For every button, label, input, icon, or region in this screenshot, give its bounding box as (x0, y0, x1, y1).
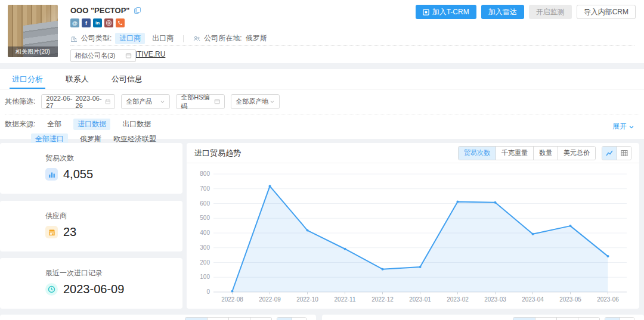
bar-chart-icon (45, 168, 58, 181)
tabs: 进口分析 联系人 公司信息 (0, 69, 644, 89)
metric-button[interactable] (250, 318, 271, 320)
stat-value: 2023-06-09 (63, 282, 124, 296)
tab-import-analysis[interactable]: 进口分析 (12, 69, 43, 89)
svg-text:2022-10: 2022-10 (296, 296, 318, 303)
facebook-icon[interactable]: f (82, 18, 91, 27)
stat-value: 23 (63, 225, 76, 239)
svg-text:2023-06: 2023-06 (597, 296, 619, 303)
instagram-icon[interactable] (104, 18, 113, 27)
metric-trade-count[interactable]: 贸易次数 (459, 147, 496, 160)
bottom-right-chart-card (322, 315, 644, 320)
type-tag-importer: 进口商 (115, 33, 145, 44)
product-select[interactable]: 全部产品 (121, 94, 170, 109)
svg-text:300: 300 (200, 244, 210, 251)
add-radar-button[interactable]: 加入雷达 (481, 5, 524, 19)
svg-text:2022-11: 2022-11 (335, 296, 356, 303)
data-source-row: 数据来源: 全部 进口数据 出口数据 (0, 114, 644, 130)
window-icon (125, 52, 132, 59)
metric-button[interactable] (578, 318, 599, 320)
bottom-left-chart-card (0, 315, 316, 320)
stat-label: 最近一次进口记录 (45, 268, 182, 278)
table-view-button[interactable] (617, 147, 631, 160)
metric-button[interactable] (535, 318, 556, 320)
metric-quantity[interactable]: 数量 (533, 147, 558, 160)
svg-text:2022-09: 2022-09 (259, 296, 281, 303)
stat-label: 供应商 (45, 211, 182, 221)
chart-controls: 贸易次数 千克重量 数量 美元总价 (458, 146, 631, 160)
chevron-down-icon (628, 124, 634, 130)
line-chart-view-button[interactable] (277, 318, 292, 320)
calendar-icon (105, 98, 111, 105)
expand-button[interactable]: 展开 (612, 122, 634, 132)
source-import-data[interactable]: 进口数据 (73, 119, 110, 130)
filter-card: 进口分析 联系人 公司信息 其他筛选: 2022-06-27 2023-06-2… (0, 69, 644, 139)
stat-card-trade-count: 贸易次数 4,055 (0, 143, 182, 194)
view-toggle-group (277, 317, 306, 320)
import-internal-crm-button[interactable]: 导入内部CRM (577, 5, 636, 19)
tab-contacts[interactable]: 联系人 (66, 69, 89, 89)
svg-text:200: 200 (200, 259, 210, 266)
metric-weight-kg[interactable]: 千克重量 (496, 147, 533, 160)
header-divider (70, 45, 634, 46)
line-chart-view-button[interactable] (605, 318, 620, 320)
metric-button-group (185, 317, 272, 320)
clock-icon (45, 283, 58, 296)
enable-monitor-button[interactable]: 开启监测 (529, 5, 572, 19)
tab-company-info[interactable]: 公司信息 (112, 69, 143, 89)
date-end: 2023-06-26 (76, 95, 105, 109)
table-view-button[interactable] (292, 318, 306, 320)
svg-text:2023-05: 2023-05 (559, 296, 581, 303)
line-chart-view-button[interactable] (602, 147, 617, 160)
copy-icon[interactable] (134, 7, 141, 14)
import-trend-card: 进口贸易趋势 贸易次数 千克重量 数量 美元总价 010020030040050… (187, 143, 639, 309)
metric-usd-total[interactable]: 美元总价 (558, 147, 595, 160)
website-at-icon[interactable]: @ (70, 18, 79, 27)
metric-button[interactable] (185, 318, 207, 320)
building-icon (70, 35, 78, 42)
company-name: OOO "PECTOP" (70, 6, 130, 15)
svg-text:2023-04: 2023-04 (522, 296, 544, 303)
linkedin-icon[interactable]: in (93, 18, 102, 27)
svg-text:0: 0 (206, 288, 210, 295)
svg-text:800: 800 (200, 170, 210, 177)
add-tcrm-button[interactable]: 加入T-CRM (416, 5, 476, 19)
stat-label: 贸易次数 (45, 153, 182, 163)
company-photo[interactable]: 相关图片(20) (8, 5, 58, 57)
svg-text:2023-03: 2023-03 (484, 296, 506, 303)
source-export-data[interactable]: 出口数据 (122, 119, 151, 129)
chevron-down-icon (270, 99, 275, 104)
social-links: @ f in (70, 18, 441, 27)
similar-companies-label: 相似公司名(3) (75, 51, 115, 60)
svg-text:400: 400 (200, 229, 210, 236)
stat-card-last-import: 最近一次进口记录 2023-06-09 (0, 258, 182, 309)
hs-code-select[interactable]: 全部HS编码 (176, 94, 225, 109)
stat-value: 4,055 (63, 167, 93, 181)
crm-icon (423, 9, 429, 15)
line-chart-icon (606, 150, 613, 157)
svg-text:600: 600 (200, 200, 210, 207)
location-value: 俄罗斯 (246, 33, 267, 44)
date-range-picker[interactable]: 2022-06-27 2023-06-26 (41, 94, 115, 109)
company-header-card: 相关图片(20) OOO "PECTOP" @ f in 公司类型: 进口商 出… (0, 0, 644, 63)
svg-text:2023-01: 2023-01 (409, 296, 431, 303)
similar-companies-button[interactable]: 相似公司名(3) (70, 49, 136, 62)
metric-button[interactable] (228, 318, 250, 320)
view-toggle-group (602, 146, 631, 160)
trend-line-chart: 01002003004005006007008002022-082022-092… (191, 164, 635, 307)
other-filters-label: 其他筛选: (5, 97, 35, 107)
view-toggle-group (605, 317, 634, 320)
metric-button[interactable] (556, 318, 578, 320)
origin-select[interactable]: 全部原产地 (231, 94, 280, 109)
source-all[interactable]: 全部 (47, 119, 61, 129)
table-view-button[interactable] (620, 318, 634, 320)
metric-button[interactable] (207, 318, 228, 320)
metric-button[interactable] (513, 318, 535, 320)
filter-row: 其他筛选: 2022-06-27 2023-06-26 全部产品 全部HS编码 … (0, 89, 644, 114)
phone-icon[interactable] (116, 18, 125, 27)
date-start: 2022-06-27 (46, 95, 75, 109)
svg-text:2022-12: 2022-12 (371, 296, 394, 303)
svg-text:100: 100 (200, 274, 210, 280)
svg-text:500: 500 (200, 215, 210, 221)
company-type-label: 公司类型: (81, 33, 112, 44)
svg-text:700: 700 (200, 185, 210, 192)
